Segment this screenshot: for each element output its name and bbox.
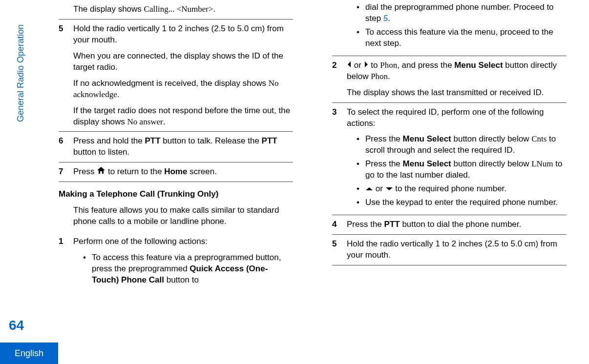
button-label: Menu Select xyxy=(403,134,451,143)
text: or xyxy=(373,184,385,193)
text: . xyxy=(388,72,390,81)
text: Press and hold the xyxy=(73,136,145,145)
text: button to dial the phone number. xyxy=(400,220,522,229)
text: Press xyxy=(73,167,97,176)
text: , and press the xyxy=(397,61,454,70)
up-arrow-icon xyxy=(365,183,373,195)
step-text: The display shows the last transmitted o… xyxy=(347,87,567,99)
step-7: 7 Press to return to the Home screen. xyxy=(59,162,293,182)
step-6: 6 Press and hold the PTT button to talk.… xyxy=(59,131,293,162)
home-icon xyxy=(97,166,105,178)
text: to xyxy=(369,61,380,70)
text: screen. xyxy=(187,167,216,176)
text: If the target radio does not respond bef… xyxy=(73,106,290,126)
step-number: 7 xyxy=(59,166,67,178)
text: dial the preprogrammed phone number. Pro… xyxy=(365,2,554,23)
list-item: Use the keypad to enter the required pho… xyxy=(357,197,567,208)
step-link[interactable]: 5 xyxy=(383,14,388,23)
text: button to xyxy=(164,275,199,284)
button-label: Menu Select xyxy=(403,159,451,168)
previous-step-continuation: The display shows Calling... <Number>. xyxy=(59,0,293,19)
left-arrow-icon xyxy=(347,60,352,71)
text: . xyxy=(163,117,166,126)
text: If no acknowledgment is received, the di… xyxy=(73,79,269,88)
list-item: or to the required phone number. xyxy=(357,183,567,195)
left-column: The display shows Calling... <Number>. 5… xyxy=(59,0,293,364)
text: Press the xyxy=(365,134,403,143)
list-item: To access this feature via a preprogramm… xyxy=(83,252,293,286)
step-number: 5 xyxy=(332,239,341,261)
side-section-label: General Radio Operation xyxy=(15,24,26,122)
text: . xyxy=(388,14,390,23)
page-number: 64 xyxy=(9,316,24,335)
step-number: 2 xyxy=(332,60,341,99)
step-3: 3 To select the required ID, perform one… xyxy=(332,102,567,215)
text: Press the xyxy=(347,220,384,229)
text: to return to the xyxy=(105,167,164,176)
display-text: No answer xyxy=(127,117,163,126)
text: . xyxy=(117,90,120,99)
step-text: Hold the radio vertically 1 to 2 inches … xyxy=(347,239,567,261)
section-heading: Making a Telephone Call (Trunking Only) xyxy=(59,189,293,200)
text: . xyxy=(213,4,216,14)
text: button to listen. xyxy=(73,147,129,157)
step-number: 5 xyxy=(59,23,67,128)
list-item: Press the Menu Select button directly be… xyxy=(357,159,567,181)
step-number: 3 xyxy=(332,107,341,211)
text: Press the xyxy=(365,159,403,168)
right-arrow-icon xyxy=(364,60,369,71)
section-intro: This feature allows you to make calls si… xyxy=(59,205,293,227)
down-arrow-icon xyxy=(385,183,393,195)
text: or xyxy=(352,61,364,70)
button-label: PTT xyxy=(145,136,160,145)
step-number: 1 xyxy=(59,236,67,288)
button-label: Menu Select xyxy=(454,61,503,70)
step-1-continuation: • dial the preprogrammed phone number. P… xyxy=(332,0,567,56)
button-label: PTT xyxy=(384,220,400,229)
text: to the required phone number. xyxy=(393,184,507,193)
step-text: Perform one of the following actions: xyxy=(73,236,293,247)
text: button to talk. Release the xyxy=(161,136,262,145)
menu-item: Cnts xyxy=(531,134,547,143)
step-5: 5 Hold the radio vertically 1 to 2 inche… xyxy=(59,19,293,132)
step-5-right: 5 Hold the radio vertically 1 to 2 inche… xyxy=(332,234,567,265)
step-4: 4 Press the PTT button to dial the phone… xyxy=(332,215,567,234)
text: button directly below xyxy=(451,134,531,143)
button-label: PTT xyxy=(262,136,277,145)
step-number: 6 xyxy=(59,136,67,158)
step-text: When you are connected, the display show… xyxy=(73,51,293,73)
step-text: Hold the radio vertically 1 to 2 inches … xyxy=(73,23,293,46)
step-text: To select the required ID, perform one o… xyxy=(347,107,567,129)
text: The display shows xyxy=(73,4,144,14)
list-item: To access this feature via the menu, pro… xyxy=(357,27,567,49)
menu-item: Phon xyxy=(371,72,388,81)
display-text: Calling... <Number> xyxy=(144,4,213,14)
right-column: • dial the preprogrammed phone number. P… xyxy=(332,0,567,364)
menu-item: LNum xyxy=(531,159,553,168)
text: button directly below xyxy=(451,159,531,168)
step-2: 2 or to Phon, and press the Menu Select … xyxy=(332,56,567,102)
menu-item: Phon xyxy=(380,61,397,70)
list-item: Press the Menu Select button directly be… xyxy=(357,134,567,156)
screen-name: Home xyxy=(164,167,187,176)
list-item: • dial the preprogrammed phone number. P… xyxy=(357,2,567,24)
language-tab: English xyxy=(0,343,58,364)
step-1: 1 Perform one of the following actions: … xyxy=(59,232,293,292)
step-number: 4 xyxy=(332,219,341,230)
